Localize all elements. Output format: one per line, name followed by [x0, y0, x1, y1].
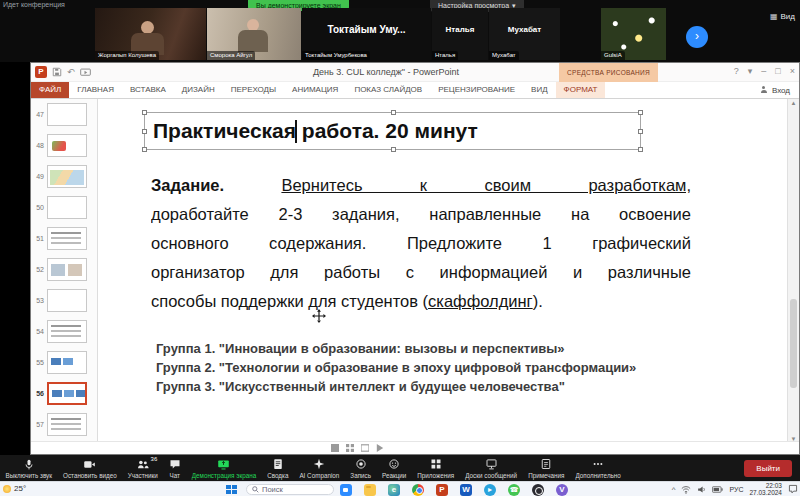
slide-thumbnail[interactable] — [47, 413, 87, 436]
selection-handle[interactable] — [638, 147, 643, 152]
slide-thumbnail[interactable] — [47, 134, 87, 157]
slide-thumbnail[interactable] — [47, 258, 87, 281]
scrollbar-thumb[interactable] — [790, 299, 797, 388]
viber-icon[interactable]: V — [556, 484, 568, 496]
slide-thumbnail-row[interactable]: 47 — [31, 99, 97, 130]
battery-icon[interactable] — [712, 486, 723, 493]
tab-format[interactable]: ФОРМАТ — [556, 82, 606, 98]
weather-widget[interactable]: 25° — [3, 484, 26, 493]
toolbar-apps-button[interactable]: Приложения — [412, 455, 460, 481]
toolbar-notes-button[interactable]: Примечания — [523, 455, 570, 481]
normal-view-icon[interactable] — [331, 444, 339, 452]
toolbar-share-screen-button[interactable]: Демонстрация экрана — [186, 455, 261, 481]
selection-handle[interactable] — [142, 147, 147, 152]
slide-thumbnail[interactable] — [47, 196, 87, 219]
volume-icon[interactable] — [697, 485, 706, 494]
slide-thumbnail[interactable] — [47, 165, 87, 188]
language-indicator[interactable]: РУС — [729, 486, 743, 493]
slide-canvas[interactable]: Практическая работа. 20 минут Задание. В… — [98, 99, 789, 443]
slide-thumbnail[interactable] — [47, 227, 87, 250]
selection-handle[interactable] — [391, 110, 396, 115]
chrome-icon[interactable] — [412, 484, 424, 496]
selection-handle[interactable] — [142, 110, 147, 115]
help-icon[interactable]: ? — [734, 66, 739, 76]
obs-icon[interactable] — [532, 484, 544, 496]
undo-icon[interactable]: ↶ — [67, 67, 75, 77]
video-tile[interactable]: Сморока Айгул — [207, 8, 301, 60]
file-explorer-icon[interactable] — [364, 484, 376, 496]
leave-meeting-button[interactable]: Выйти — [744, 460, 792, 477]
slide-title[interactable]: Практическая работа. 20 минут — [153, 119, 478, 143]
tab-design[interactable]: ДИЗАЙН — [174, 82, 223, 98]
selection-handle[interactable] — [638, 129, 643, 134]
slide-thumbnail-row[interactable]: 51 — [31, 223, 97, 254]
slide-thumbnail[interactable] — [47, 289, 87, 312]
slide-thumbnail-row-current[interactable]: 56 — [31, 378, 97, 409]
tab-home[interactable]: ГЛАВНАЯ — [69, 82, 122, 98]
edge-icon[interactable]: e — [388, 484, 400, 496]
toolbar-mute-button[interactable]: Выключить звук — [0, 455, 58, 481]
toolbar-record-button[interactable]: Запись — [345, 455, 377, 481]
sign-in-button[interactable]: Вход — [760, 82, 799, 98]
tab-transitions[interactable]: ПЕРЕХОДЫ — [223, 82, 284, 98]
tab-view[interactable]: ВИД — [523, 82, 556, 98]
toolbar-participants-button[interactable]: 36 Участники — [122, 455, 163, 481]
toolbar-ai-companion-button[interactable]: AI Companion — [294, 455, 345, 481]
taskbar-search[interactable]: Поиск — [246, 484, 334, 495]
slideshow-view-icon[interactable] — [376, 444, 384, 452]
wifi-icon[interactable] — [681, 485, 691, 494]
title-placeholder-selected[interactable]: Практическая работа. 20 минут — [144, 112, 641, 150]
group-list[interactable]: Группа 1. "Инновации в образовании: вызо… — [156, 339, 636, 396]
tab-review[interactable]: РЕЦЕНЗИРОВАНИЕ — [430, 82, 523, 98]
toolbar-chat-button[interactable]: Чат — [163, 455, 186, 481]
selection-handle[interactable] — [391, 147, 396, 152]
video-tile[interactable]: Токтайым Уму... Токтайым Умурбекова — [302, 8, 431, 60]
tab-slideshow[interactable]: ПОКАЗ СЛАЙДОВ — [346, 82, 430, 98]
slide-thumbnail-row[interactable]: 55 — [31, 347, 97, 378]
toolbar-stop-video-button[interactable]: Остановить видео — [58, 455, 123, 481]
tab-file[interactable]: ФАЙЛ — [31, 82, 69, 98]
tab-insert[interactable]: ВСТАВКА — [122, 82, 174, 98]
notifications-icon[interactable] — [788, 484, 798, 494]
video-tile[interactable]: Мухабат Мухабат — [489, 8, 560, 60]
close-icon[interactable]: × — [790, 66, 795, 76]
slide-thumbnail-row[interactable]: 53 — [31, 285, 97, 316]
selection-handle[interactable] — [142, 129, 147, 134]
toolbar-more-button[interactable]: Дополнительно — [570, 455, 626, 481]
save-icon[interactable] — [52, 67, 62, 77]
slide-thumbnail-row[interactable]: 49 — [31, 161, 97, 192]
reading-view-icon[interactable] — [361, 444, 369, 452]
whatsapp-icon[interactable]: ☎ — [508, 484, 520, 496]
slide-thumbnail-row[interactable]: 57 — [31, 409, 97, 440]
toolbar-summary-button[interactable]: Сводка — [262, 455, 294, 481]
start-button[interactable] — [226, 485, 237, 494]
toolbar-whiteboards-button[interactable]: Доски сообщений — [460, 455, 523, 481]
slide-thumbnail-row[interactable]: 54 — [31, 316, 97, 347]
vertical-scrollbar[interactable]: ▲ ▼ — [787, 99, 799, 443]
minimize-icon[interactable]: – — [761, 66, 766, 76]
slide-thumbnail-selected[interactable] — [47, 382, 87, 405]
telegram-icon[interactable]: ▸ — [484, 484, 496, 496]
taskbar-clock[interactable]: 22:03 27.03.2024 — [749, 482, 782, 496]
video-tile[interactable]: Нталья Нталья — [432, 8, 488, 60]
powerpoint-app-icon[interactable]: P — [436, 484, 448, 496]
slide-body-text[interactable]: Задание. Вернитесь к своим разработкам, … — [151, 171, 691, 316]
word-app-icon[interactable]: W — [460, 484, 472, 496]
scroll-up-icon[interactable]: ▲ — [788, 100, 799, 106]
slide-thumbnail[interactable] — [47, 103, 87, 126]
slide-thumbnail[interactable] — [47, 351, 87, 374]
video-tile[interactable]: Жоргалып Колушева — [95, 8, 206, 60]
slide-thumbnail-row[interactable]: 52 — [31, 254, 97, 285]
start-slideshow-icon[interactable] — [80, 68, 91, 77]
selection-handle[interactable] — [638, 110, 643, 115]
slide-thumbnail[interactable] — [47, 320, 87, 343]
slide-sorter-icon[interactable] — [346, 444, 354, 452]
slide-thumbnail-row[interactable]: 50 — [31, 192, 97, 223]
slide-thumbnail-row[interactable]: 48 — [31, 130, 97, 161]
ribbon-options-icon[interactable]: ▾ — [748, 66, 753, 76]
zoom-app-icon[interactable] — [340, 484, 352, 496]
tab-animation[interactable]: АНИМАЦИЯ — [284, 82, 346, 98]
next-participants-button[interactable]: › — [686, 26, 708, 48]
restore-icon[interactable]: □ — [775, 66, 780, 76]
toolbar-reactions-button[interactable]: Реакции — [377, 455, 412, 481]
